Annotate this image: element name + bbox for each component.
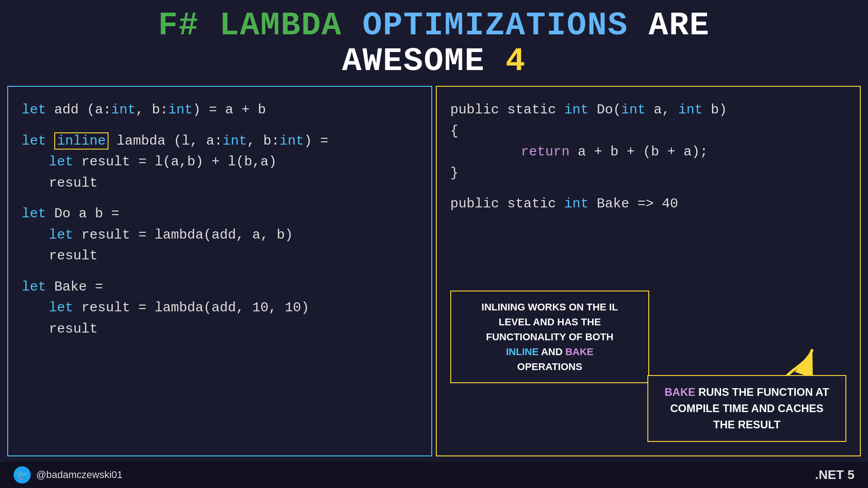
left-code-block: let add (a:int, b:int) = a + b let inlin… (22, 99, 418, 339)
title-awesome: AWESOME (342, 43, 485, 80)
inlining-text2: LEVEL AND HAS THE (499, 316, 601, 328)
do-method: public static int Do(int a, int b) { ret… (450, 99, 846, 183)
bake-method: public static int Bake => 40 (450, 193, 846, 215)
footer: 🐦 @badamczewski01 .NET 5 (0, 462, 868, 488)
title-line2: AWESOME 4 (0, 44, 868, 80)
right-panel: public static int Do(int a, int b) { ret… (436, 86, 861, 456)
title-optimizations: OPTIMIZATIONS (363, 7, 628, 44)
bake-keyword: BAKE (665, 386, 695, 398)
content-area: let add (a:int, b:int) = a + b let inlin… (0, 86, 868, 456)
title-number: 4 (505, 43, 526, 80)
framework-version: .NET 5 (815, 468, 854, 482)
bake-callout-box: BAKE RUNS THE FUNCTION AT COMPILE TIME A… (647, 375, 846, 442)
right-code-block: public static int Do(int a, int b) { ret… (450, 99, 846, 215)
title-area: F# LAMBDA OPTIMIZATIONS ARE AWESOME 4 (0, 0, 868, 86)
twitter-handle: @badamczewski01 (36, 469, 123, 481)
left-panel: let add (a:int, b:int) = a + b let inlin… (7, 86, 432, 456)
title-lambda: LAMBDA (219, 7, 342, 44)
inlining-text3: FUNCTIONALITY OF BOTH (486, 331, 613, 343)
twitter-icon: 🐦 (14, 466, 31, 483)
title-fsharp: F# (158, 7, 199, 44)
footer-left: 🐦 @badamczewski01 (14, 466, 123, 483)
title-line1: F# LAMBDA OPTIMIZATIONS ARE (0, 8, 868, 44)
inline-keyword-boxed: inline (54, 132, 108, 150)
inlining-inline-keyword: INLINE (506, 346, 538, 357)
do-function: let Do a b = let result = lambda(add, a,… (22, 203, 418, 267)
inlining-and: AND (541, 346, 566, 357)
inlining-callout-box: INLINING WORKS ON THE IL LEVEL AND HAS T… (450, 291, 649, 383)
inlining-bake-keyword: BAKE (565, 346, 593, 357)
title-are: ARE (649, 7, 710, 44)
inlining-text5: OPERATIONS (517, 361, 582, 372)
inlining-text1: INLINING WORKS ON THE IL (481, 301, 618, 313)
add-function: let add (a:int, b:int) = a + b (22, 99, 418, 121)
bake-function: let Bake = let result = lambda(add, 10, … (22, 277, 418, 340)
inline-lambda-function: let inline lambda (l, a:int, b:int) = le… (22, 131, 418, 194)
